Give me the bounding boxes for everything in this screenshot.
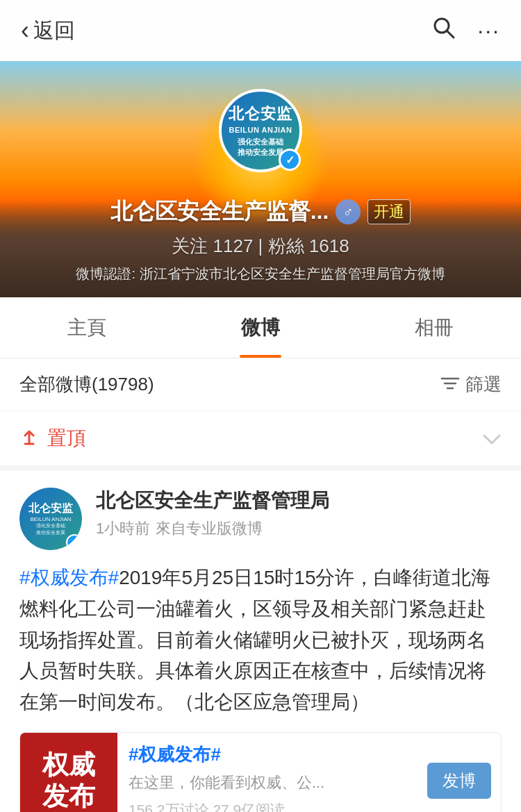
post-avatar-sub2: 推动安全发展 xyxy=(36,529,65,536)
post-text-body: 2019年5月25日15时15分许，白峰街道北海燃料化工公司一油罐着火，区领导及… xyxy=(19,567,490,713)
nav-icons-group: ··· xyxy=(431,15,500,47)
profile-name: 北仑区安全生产监督... xyxy=(110,197,329,227)
verified-badge: ✓ xyxy=(279,149,301,171)
media-card-thumbnail: 权威 发布 xyxy=(20,733,117,812)
tab-home-label: 主頁 xyxy=(67,315,106,341)
profile-bio: 微博認證: 浙江省宁波市北仑区安全生产监督管理局官方微博 xyxy=(21,264,500,283)
avatar-sub2: 推动安全发展 xyxy=(238,147,283,158)
avatar-container: 北仑安监 BEILUN ANJIAN 强化安全基础 推动安全发展 ✓ xyxy=(219,89,302,172)
post-time: 1小時前 xyxy=(96,518,150,539)
avatar-title-cn: 北仑安监 xyxy=(229,103,292,124)
tab-album[interactable]: 相冊 xyxy=(347,297,521,358)
pinned-label: 置頂 xyxy=(47,425,86,451)
gender-symbol: ♂ xyxy=(343,204,354,220)
post-content: #权威发布#2019年5月25日15时15分许，白峰街道北海燃料化工公司一油罐着… xyxy=(19,563,502,718)
svg-line-1 xyxy=(447,31,454,38)
pinned-chevron-icon[interactable] xyxy=(482,426,502,451)
post-header: 北仑安监 BEILUN ANJIAN 强化安全基础 推动安全发展 ✓ 北仑区安全… xyxy=(19,488,502,550)
search-icon[interactable] xyxy=(431,15,456,47)
media-card-stats: 156.2万讨论 27.9亿阅读 xyxy=(129,800,416,812)
filter-count: 全部微博(19798) xyxy=(19,372,154,397)
tab-album-label: 相冊 xyxy=(415,315,454,341)
back-label: 返回 xyxy=(33,17,75,45)
profile-header: 北仑安监 BEILUN ANJIAN 强化安全基础 推动安全发展 ✓ 北仑区安全… xyxy=(0,61,521,297)
pinned-banner: 置頂 xyxy=(0,411,521,471)
profile-name-row: 北仑区安全生产监督... ♂ 开通 xyxy=(21,197,500,227)
avatar-sub1: 强化安全基础 xyxy=(238,137,283,147)
post-meta: 北仑区安全生产监督管理局 1小時前 來自专业版微博 xyxy=(96,488,502,539)
post-avatar-en: BEILUN ANJIAN xyxy=(30,516,71,522)
post-avatar-cn: 北仑安监 xyxy=(28,502,73,516)
stats-text: 关注 1127 | 粉絲 1618 xyxy=(172,235,349,256)
level-badge: 开通 xyxy=(367,199,411,224)
post-source: 來自专业版微博 xyxy=(156,518,263,539)
gender-icon: ♂ xyxy=(336,199,361,224)
profile-info-overlay: 北仑区安全生产监督... ♂ 开通 关注 1127 | 粉絲 1618 微博認證… xyxy=(0,183,521,297)
level-badge-text: 开通 xyxy=(374,203,404,220)
post-hashtag-start[interactable]: #权威发布# xyxy=(19,567,119,588)
post-avatar-sub1: 强化安全基础 xyxy=(36,522,65,529)
thumb-line1: 权威 xyxy=(42,750,95,779)
back-button[interactable]: ‹ 返回 xyxy=(21,17,75,45)
media-card-title: #权威发布# xyxy=(129,743,416,767)
media-card-info: #权威发布# 在这里，你能看到权威、公... 156.2万讨论 27.9亿阅读 xyxy=(117,733,427,812)
tab-weibo-label: 微博 xyxy=(241,315,280,341)
post-time-row: 1小時前 來自专业版微博 xyxy=(96,518,502,539)
avatar-title-en: BEILUN ANJIAN xyxy=(229,126,292,134)
tab-weibo[interactable]: 微博 xyxy=(174,297,347,358)
tab-home[interactable]: 主頁 xyxy=(0,297,174,358)
post-author[interactable]: 北仑区安全生产监督管理局 xyxy=(96,488,502,514)
post-avatar-verified: ✓ xyxy=(66,534,82,550)
back-chevron-icon: ‹ xyxy=(21,18,29,43)
thumb-line2: 发布 xyxy=(42,781,95,811)
post-button[interactable]: 发博 xyxy=(427,763,491,799)
pinned-left: 置頂 xyxy=(19,425,86,451)
media-card[interactable]: 权威 发布 #权威发布# 在这里，你能看到权威、公... 156.2万讨论 27… xyxy=(19,732,502,812)
post-avatar[interactable]: 北仑安监 BEILUN ANJIAN 强化安全基础 推动安全发展 ✓ xyxy=(19,488,82,550)
navigation-bar: ‹ 返回 ··· xyxy=(0,0,521,61)
verified-check: ✓ xyxy=(286,154,295,167)
pinned-icon xyxy=(19,429,39,448)
filter-bar: 全部微博(19798) 篩選 xyxy=(0,358,521,411)
avatar: 北仑安监 BEILUN ANJIAN 强化安全基础 推动安全发展 ✓ xyxy=(219,89,302,172)
filter-button[interactable]: 篩選 xyxy=(440,372,502,397)
filter-label: 篩選 xyxy=(465,372,502,397)
profile-stats: 关注 1127 | 粉絲 1618 xyxy=(21,234,500,258)
post-card: 北仑安监 BEILUN ANJIAN 强化安全基础 推动安全发展 ✓ 北仑区安全… xyxy=(0,471,521,812)
more-icon[interactable]: ··· xyxy=(477,18,500,44)
media-card-desc: 在这里，你能看到权威、公... xyxy=(129,772,416,793)
tab-bar: 主頁 微博 相冊 xyxy=(0,297,521,358)
media-card-thumb-text: 权威 发布 xyxy=(42,749,95,812)
filter-icon xyxy=(440,374,460,396)
